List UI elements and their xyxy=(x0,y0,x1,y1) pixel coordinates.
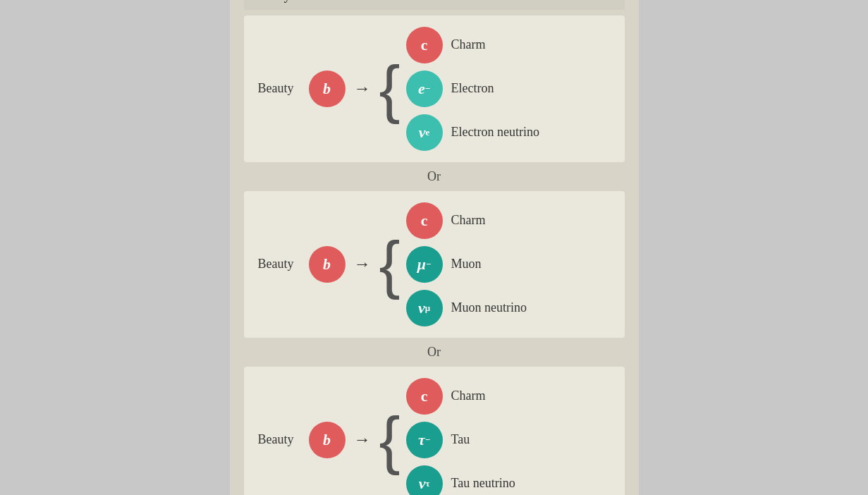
decay-box-2: Beauty b → { c Charm μ− Muon νμ Muon neu… xyxy=(244,191,625,338)
open-bracket-2: { xyxy=(379,233,401,296)
product-row-2-2: μ− Muon xyxy=(406,246,527,283)
c-quark-symbol: c xyxy=(388,0,394,2)
arrow-3: → xyxy=(354,430,371,449)
charm-label-2: Charm xyxy=(451,213,486,228)
title-bar: Decay Scenario: b → clν xyxy=(244,0,625,10)
or-label-1: Or xyxy=(244,162,625,191)
beauty-label-3: Beauty xyxy=(258,432,300,447)
charm-label-1: Charm xyxy=(451,37,486,52)
product-row-1-3: νe Electron neutrino xyxy=(406,114,539,151)
bracket-group-2: { c Charm μ− Muon νμ Muon neutrino xyxy=(379,202,527,326)
tau-circle: τ− xyxy=(406,422,443,458)
decay-box-1: Beauty b → { c Charm e− Electron νe Elec… xyxy=(244,16,625,162)
product-row-1-1: c Charm xyxy=(406,27,539,63)
product-row-3-1: c Charm xyxy=(406,378,515,415)
arrow-2: → xyxy=(354,255,371,274)
bracket-group-1: { c Charm e− Electron νe Electron neutri… xyxy=(379,27,540,151)
charm-label-3: Charm xyxy=(451,389,486,403)
muon-circle: μ− xyxy=(406,246,443,283)
products-col-3: c Charm τ− Tau ντ Tau neutrino xyxy=(406,378,515,496)
electron-circle: e− xyxy=(406,71,443,107)
charm-circle-3: c xyxy=(406,378,443,415)
product-row-3-3: ντ Tau neutrino xyxy=(406,465,515,496)
main-container: Decay Scenario: b → clν Beauty b → { c C… xyxy=(230,0,639,495)
b-circle-2: b xyxy=(309,246,346,283)
product-row-2-3: νμ Muon neutrino xyxy=(406,290,527,326)
beauty-label-2: Beauty xyxy=(258,257,300,271)
charm-circle-2: c xyxy=(406,202,443,239)
b-circle-1: b xyxy=(309,71,346,107)
muon-label: Muon xyxy=(451,257,482,271)
beauty-label-1: Beauty xyxy=(258,81,300,96)
product-row-2-1: c Charm xyxy=(406,202,527,239)
title-prefix: Decay Scenario: xyxy=(255,0,348,2)
tau-label: Tau xyxy=(451,432,470,447)
product-row-3-2: τ− Tau xyxy=(406,422,515,458)
muon-neutrino-circle: νμ xyxy=(406,290,443,326)
nu-symbol: ν xyxy=(398,0,405,2)
muon-neutrino-label: Muon neutrino xyxy=(451,300,527,315)
decay-box-3: Beauty b → { c Charm τ− Tau ντ Tau neutr… xyxy=(244,367,625,496)
title-arrow: → xyxy=(366,0,384,2)
product-row-1-2: e− Electron xyxy=(406,71,539,107)
products-col-2: c Charm μ− Muon νμ Muon neutrino xyxy=(406,202,527,326)
open-bracket-3: { xyxy=(379,408,401,472)
bracket-group-3: { c Charm τ− Tau ντ Tau neutrino xyxy=(379,378,515,496)
open-bracket-1: { xyxy=(379,57,401,121)
products-col-1: c Charm e− Electron νe Electron neutrino xyxy=(406,27,539,151)
arrow-1: → xyxy=(354,79,371,98)
or-label-2: Or xyxy=(244,338,625,367)
b-quark-symbol: b xyxy=(351,0,358,2)
electron-neutrino-circle: νe xyxy=(406,114,443,151)
tau-neutrino-circle: ντ xyxy=(406,465,443,496)
electron-neutrino-label: Electron neutrino xyxy=(451,125,539,140)
tau-neutrino-label: Tau neutrino xyxy=(451,476,515,491)
charm-circle-1: c xyxy=(406,27,443,63)
electron-label: Electron xyxy=(451,81,494,96)
b-circle-3: b xyxy=(309,422,346,458)
